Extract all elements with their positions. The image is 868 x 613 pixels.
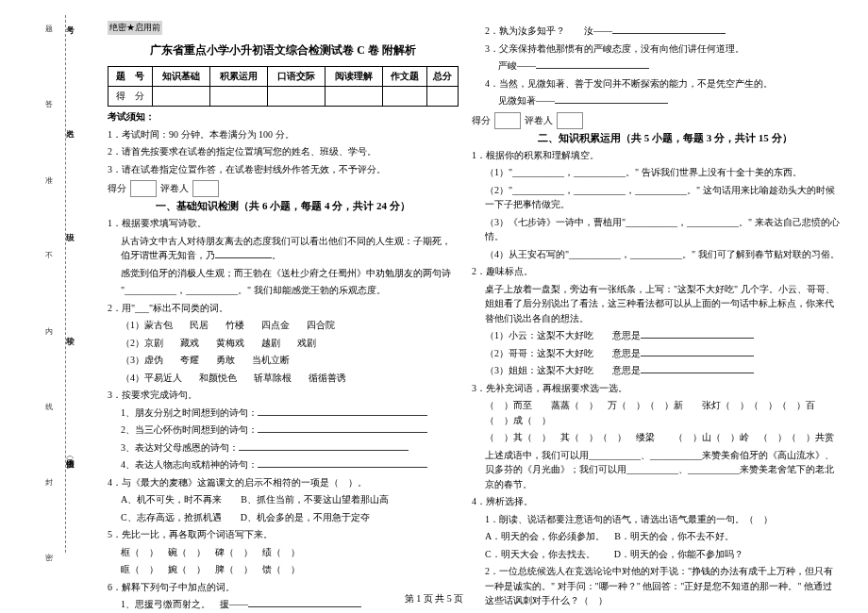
r-line: 严峻—— [472, 58, 840, 74]
th: 知识基础 [152, 67, 209, 87]
score-table: 题 号 知识基础 积累运用 口语交际 阅读理解 作文题 总分 得 分 [108, 66, 459, 107]
td-label: 得 分 [108, 87, 153, 107]
q1-text: 从古诗文中古人对待朋友离去的态度我们可以看出他们不同的人生观：子期死，伯牙谓世再… [108, 234, 459, 263]
td[interactable] [383, 87, 427, 107]
part2-title: 二、知识积累运用（共 5 小题，每题 3 分，共计 15 分） [472, 131, 840, 145]
q3-row: 3、表达对父母感恩的诗句： [108, 440, 459, 456]
page-footer: 第 1 页 共 5 页 [0, 592, 868, 605]
p2q4-row: 1．朗读、说话都要注意语句的语气，请选出语气最重的一句。（ ） [472, 512, 840, 527]
instr-item: 3．请在试卷指定位置作答，在试卷密封线外作答无效，不予评分。 [108, 162, 459, 177]
p2q1: 1．根据你的积累和理解填空。 [472, 148, 840, 163]
mark-score: 得分 [472, 114, 491, 127]
p2q1-row: （2）"___________，___________，___________。… [472, 183, 840, 212]
paper-title: 广东省重点小学小升初语文综合检测试卷 C 卷 附解析 [108, 42, 459, 58]
q3-row: 1、朋友分别之时间想到的诗句： [108, 406, 459, 421]
q4-opt: C、志存高远，抢抓机遇 D、机会多的是，不用急于定夺 [108, 510, 459, 525]
blank[interactable] [536, 58, 649, 69]
q2-row: （4）平易近人 和颜悦色 斩草除根 循循善诱 [108, 371, 459, 386]
binding-notes: 题 答 准 不 内 线 封 密 [30, 19, 64, 547]
blank[interactable] [258, 422, 427, 433]
q5: 5．先比一比，再各取两个词语写下来。 [108, 527, 459, 542]
instructions: 考试须知： 1．考试时间：90 分钟。本卷满分为 100 分。 2．请首先按要求… [108, 109, 459, 176]
p2q1-row: （4）从王安石写的"___________，___________。" 我们可了… [472, 247, 840, 262]
mark-score: 得分 [108, 182, 126, 195]
q1-blank: "___________，___________。" 我们却能感觉王勃的乐观态度… [108, 283, 459, 298]
part1-content: 1．根据要求填写诗歌。 从古诗文中古人对待朋友离去的态度我们可以看出他们不同的人… [108, 216, 459, 612]
p2q2-row: （1）小云：这梨不大好吃 意思是 [472, 328, 840, 343]
r-line: 4．当然，见微知著、善于发问并不断探索的能力，不是凭空产生的。 [472, 76, 840, 91]
blank[interactable] [612, 24, 726, 34]
th: 阅读理解 [326, 67, 383, 87]
page: 题 答 准 不 内 线 封 密 考号 姓名 班级 学校 乡镇（街道） 绝密★启用… [0, 0, 868, 613]
p2q1-row: （1）"___________，___________。" 告诉我们世界上没有十… [472, 165, 840, 180]
q5-row: 眶（ ） 婉（ ） 脾（ ） 馈（ ） [108, 562, 459, 577]
mark-row-2: 得分 评卷人 [472, 112, 840, 129]
instr-item: 1．考试时间：90 分钟。本卷满分为 100 分。 [108, 127, 459, 142]
mark-row: 得分 评卷人 [108, 180, 459, 197]
blank[interactable] [258, 457, 427, 468]
td[interactable] [210, 87, 268, 107]
th: 题 号 [108, 67, 153, 87]
left-column: 绝密★启用前 广东省重点小学小升初语文综合检测试卷 C 卷 附解析 题 号 知识… [108, 21, 459, 568]
mark-box[interactable] [130, 180, 157, 197]
q5-row: 框（ ） 碗（ ） 碑（ ） 绩（ ） [108, 545, 459, 560]
td[interactable] [152, 87, 209, 107]
mark-box[interactable] [494, 112, 521, 129]
q2-row: （3）虚伪 夸耀 勇敢 当机立断 [108, 353, 459, 368]
p2q4: 4．辨析选择。 [472, 494, 840, 509]
blank[interactable] [641, 363, 754, 373]
blank[interactable] [258, 406, 427, 416]
part2-content: 1．根据你的积累和理解填空。 （1）"___________，_________… [472, 148, 840, 614]
p2q2-text: 桌子上放着一盘梨，旁边有一张纸条，上写："这梨不大好吃" 几个字。小云、哥哥、姐… [472, 282, 840, 326]
r-line: 2．孰为汝多知乎？ 汝—— [472, 24, 840, 39]
q4: 4．与《最大的麦穗》这篇课文的启示不相符的一项是（ ）。 [108, 475, 459, 490]
p2q4-row: A．明天的会，你必须参加。 B．明天的会，你不去不好。 [472, 529, 840, 544]
blank[interactable] [555, 93, 668, 104]
q2-row: （2）京剧 藏戏 黄梅戏 越剧 戏剧 [108, 336, 459, 351]
th: 作文题 [383, 67, 427, 87]
blank[interactable] [641, 346, 754, 356]
right-column: 2．孰为汝多知乎？ 汝—— 3．父亲保持着他那惯有的严峻态度，没有向他们讲任何道… [472, 21, 840, 568]
part1-title: 一、基础知识检测（共 6 小题，每题 4 分，共计 24 分） [108, 199, 459, 213]
p2q3-b: 上述成语中，我们可以用___________、___________来赞美俞伯牙… [472, 448, 840, 492]
blank[interactable] [215, 248, 272, 258]
blank[interactable] [239, 440, 409, 451]
p2q3: 3．先补充词语，再根据要求选一选。 [472, 381, 840, 396]
p2q3-row: （ ）其（ ） 其（ ）（ ） 缕梁 （ ）山（ ）岭 （ ）（ ）共赏 [472, 430, 840, 445]
th: 口语交际 [268, 67, 326, 87]
p2q2: 2．趣味标点。 [472, 264, 840, 279]
sidebar-fields: 考号 姓名 班级 学校 乡镇（街道） [64, 19, 77, 547]
p2q4-row: C．明天大会，你去找去。 D．明天的会，你能不参加吗？ [472, 547, 840, 562]
mark-box[interactable] [557, 112, 583, 129]
q3: 3．按要求完成诗句。 [108, 388, 459, 403]
td[interactable] [326, 87, 383, 107]
blank[interactable] [641, 328, 754, 339]
td[interactable] [268, 87, 326, 107]
td[interactable] [427, 87, 459, 107]
instr-heading: 考试须知： [108, 109, 459, 124]
secret-tag: 绝密★启用前 [108, 21, 162, 35]
q3-row: 2、当三心怀伤时间想到的诗句： [108, 422, 459, 438]
r-line: 见微知著—— [472, 93, 840, 108]
mark-reviewer: 评卷人 [160, 182, 189, 195]
th: 总分 [427, 67, 459, 87]
p2q1-row: （3）《七步诗》一诗中，曹植用"___________，___________。… [472, 215, 840, 244]
r-line: 3．父亲保持着他那惯有的严峻态度，没有向他们讲任何道理。 [472, 41, 840, 57]
p2q2-row: （3）姐姐：这梨不大好吃 意思是 [472, 363, 840, 378]
mark-reviewer: 评卷人 [525, 114, 553, 127]
q1: 1．根据要求填写诗歌。 [108, 216, 459, 231]
q2-row: （1）蒙古包 民居 竹楼 四点金 四合院 [108, 318, 459, 333]
q4-opt: A、机不可失，时不再来 B、抓住当前，不要这山望着那山高 [108, 492, 459, 507]
p2q2-row: （2）哥哥：这梨不大好吃 意思是 [472, 346, 840, 361]
th: 积累运用 [210, 67, 268, 87]
q3-row: 4、表达人物志向或精神的诗句： [108, 457, 459, 472]
p2q3-row: （ ）而至 蒸蒸（ ） 万（ ）（ ）新 张灯（ ）（ ）（ ）百（ ）成（ ） [472, 398, 840, 427]
q1-text2: 感觉到伯牙的消极人生观；而王勃在《送杜少府之任蜀州》中劝勉朋友的两句诗 [108, 266, 459, 281]
mark-box[interactable] [192, 180, 219, 197]
q2: 2．用"___"标出不同类的词。 [108, 301, 459, 316]
instr-item: 2．请首先按要求在试卷的指定位置填写您的姓名、班级、学号。 [108, 144, 459, 159]
